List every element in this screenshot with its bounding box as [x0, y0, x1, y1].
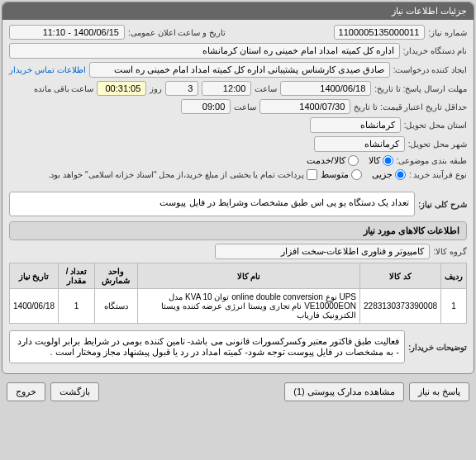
- buyer-note-box: فعالیت طبق فاکتور معتبر وکسرکسورات قانون…: [9, 330, 405, 363]
- deadline-date-field: 1400/06/18: [280, 81, 371, 96]
- days-field: 3: [165, 81, 198, 96]
- cell-name: UPS نوع online double conversion توان KV…: [137, 289, 359, 324]
- province-field: کرمانشاه: [310, 117, 401, 133]
- th-name: نام کالا: [137, 263, 359, 289]
- city-field: کرمانشاه: [314, 136, 405, 152]
- topic-radio-2[interactable]: [348, 155, 359, 166]
- creator-field: صادق صیدی کارشناس پشتیبانی اداره کل کمیت…: [89, 62, 390, 78]
- th-date: تاریخ نیاز: [10, 263, 59, 289]
- reply-button[interactable]: پاسخ به نیاز: [409, 382, 469, 401]
- cell-row: 1: [441, 289, 467, 324]
- need-number-label: شماره نیاز:: [428, 28, 467, 37]
- process-opt1-label: جزیی: [372, 169, 393, 180]
- validity-label: حداقل تاریخ اعتبار قیمت: تا تاریخ: [354, 102, 467, 111]
- time-label-1: ساعت: [255, 84, 277, 93]
- topic-opt1-label: کالا: [369, 155, 380, 166]
- group-field: کامپیوتر و فناوری اطلاعات-سخت افزار: [215, 244, 430, 259]
- attachments-button[interactable]: مشاهده مدارک پیوستی (1): [284, 382, 404, 401]
- need-desc-label: شرح کلی نیاز:: [418, 200, 467, 209]
- public-date-field: 1400/06/15 - 11:10: [9, 25, 125, 40]
- goods-table: ردیف کد کالا نام کالا واحد شمارش تعداد /…: [9, 263, 467, 324]
- panel-title: جزئیات اطلاعات نیاز: [2, 2, 474, 20]
- table-row: 1 2283130373390008 UPS نوع online double…: [10, 289, 467, 324]
- process-radio-1[interactable]: [395, 169, 406, 180]
- cell-date: 1400/06/18: [10, 289, 59, 324]
- th-code: کد کالا: [360, 263, 441, 289]
- validity-date-field: 1400/07/30: [259, 99, 350, 114]
- cell-qty: 1: [59, 289, 95, 324]
- th-row: ردیف: [441, 263, 467, 289]
- exit-button[interactable]: خروج: [7, 382, 45, 401]
- cell-code: 2283130373390008: [360, 289, 441, 324]
- back-button[interactable]: بازگشت: [50, 382, 99, 401]
- treasury-note-checkbox-wrap[interactable]: پرداخت تمام یا بخشی از مبلغ خرید،از محل …: [49, 169, 317, 180]
- process-radio-2[interactable]: [351, 169, 362, 180]
- city-label: شهر محل تحویل:: [408, 140, 467, 149]
- contact-link[interactable]: اطلاعات تماس خریدار: [9, 65, 86, 74]
- days-suffix: روز: [150, 84, 162, 93]
- remaining-field: 00:31:05: [97, 81, 146, 96]
- process-option-minor[interactable]: جزیی: [372, 169, 406, 180]
- treasury-checkbox[interactable]: [307, 169, 317, 180]
- buyer-field: اداره کل کمیته امداد امام خمینی ره استان…: [9, 43, 400, 59]
- process-label: نوع فرآیند خرید :: [409, 170, 467, 179]
- deadline-time-field: 12:00: [202, 81, 251, 96]
- th-unit: واحد شمارش: [94, 263, 137, 289]
- topic-option-service[interactable]: کالا/خدمت: [307, 155, 359, 166]
- process-option-medium[interactable]: متوسط: [321, 169, 362, 180]
- topic-radio-1[interactable]: [383, 155, 393, 166]
- process-opt2-label: متوسط: [321, 169, 349, 180]
- topic-opt2-label: کالا/خدمت: [307, 155, 345, 166]
- remaining-label: ساعت باقی مانده: [34, 84, 94, 93]
- creator-label: ایجاد کننده درخواست:: [393, 65, 467, 74]
- deadline-label: مهلت ارسال پاسخ: تا تاریخ:: [374, 84, 467, 93]
- buyer-label: نام دستگاه خریدار:: [403, 46, 467, 55]
- goods-section-title: اطلاعات کالاهای مورد نیاز: [9, 221, 467, 240]
- province-label: استان محل تحویل:: [404, 121, 467, 130]
- group-label: گروه کالا:: [433, 247, 467, 256]
- cell-unit: دستگاه: [94, 289, 137, 324]
- topic-option-goods[interactable]: کالا: [369, 155, 393, 166]
- topic-label: طبقه بندی موضوعی:: [397, 156, 467, 165]
- treasury-note: پرداخت تمام یا بخشی از مبلغ خرید،از محل …: [49, 170, 304, 179]
- public-date-label: تاریخ و ساعت اعلان عمومی:: [128, 28, 226, 37]
- time-label-2: ساعت: [234, 102, 256, 111]
- validity-time-field: 09:00: [181, 99, 231, 114]
- buyer-note-label: توضیحات خریدار:: [408, 343, 467, 352]
- need-desc-box: تعداد یک دستگاه یو پی اس طبق مشخصات وشرا…: [9, 192, 415, 216]
- th-qty: تعداد / مقدار: [59, 263, 95, 289]
- need-number-field: 1100005135000011: [334, 25, 425, 40]
